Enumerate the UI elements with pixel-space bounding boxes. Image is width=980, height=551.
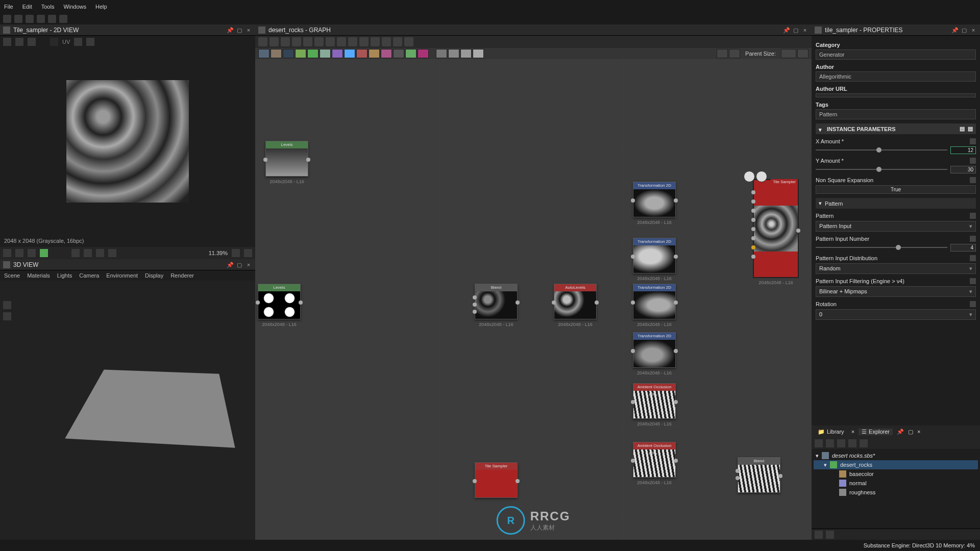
input-port[interactable] (256, 300, 260, 305)
menu-tools[interactable]: Tools (41, 4, 55, 10)
node-transform2d-4[interactable]: Transformation 2D 2048x2048 - L16 (633, 332, 676, 368)
x-amount-slider[interactable]: 12 (816, 146, 976, 154)
input-port[interactable] (751, 218, 755, 222)
node-blend-2[interactable]: Blend (738, 457, 780, 493)
menu-display[interactable]: Display (145, 272, 163, 279)
input-port[interactable] (751, 227, 755, 231)
menu-edit[interactable]: Edit (22, 4, 32, 10)
gradient-node-icon[interactable] (307, 49, 318, 58)
input-port[interactable] (751, 255, 755, 259)
info-icon[interactable] (729, 49, 740, 58)
transform-node-icon[interactable] (381, 49, 392, 58)
param-options-icon[interactable] (970, 138, 976, 144)
link-icon[interactable] (292, 37, 301, 46)
svg-node-icon[interactable] (405, 49, 416, 58)
preview-2d[interactable] (0, 48, 255, 235)
preset-icon[interactable]: ▤ (968, 126, 973, 132)
lock-icon[interactable] (244, 249, 252, 257)
distribute-icon[interactable] (348, 37, 357, 46)
input-port[interactable] (552, 300, 556, 305)
node-levels-1[interactable]: Levels 2048x2048 - L16 (265, 141, 308, 177)
search-icon[interactable] (303, 37, 312, 46)
node-ao-1[interactable]: Ambient Occlusion (HB... 2048x2048 - L16 (633, 383, 676, 419)
output-port[interactable] (299, 300, 303, 305)
pattern-section-header[interactable]: ▾ Pattern (816, 198, 976, 209)
input-port[interactable] (751, 199, 755, 204)
view3d-badge-icon[interactable] (756, 171, 767, 182)
material-node-icon[interactable] (436, 49, 447, 58)
output-port[interactable] (306, 158, 310, 162)
node-transform2d-1[interactable]: Transformation 2D 2048x2048 - L16 (633, 182, 676, 217)
x-amount-value[interactable]: 12 (950, 146, 976, 154)
menu-scene[interactable]: Scene (4, 272, 20, 279)
curve-node-icon[interactable] (295, 49, 306, 58)
link-size-icon[interactable] (797, 49, 808, 58)
text-node-icon[interactable] (393, 49, 404, 58)
close-icon[interactable]: × (801, 27, 808, 34)
save-icon[interactable] (815, 439, 823, 447)
menu-camera[interactable]: Camera (79, 272, 99, 279)
pattern-num-value[interactable]: 4 (950, 244, 976, 252)
center-icon[interactable] (96, 249, 104, 257)
snap-icon[interactable] (359, 37, 369, 46)
param-options-icon[interactable] (970, 213, 976, 219)
output-port[interactable] (796, 229, 800, 233)
output-port[interactable] (674, 459, 678, 463)
input-port[interactable] (751, 209, 755, 213)
tree-item-output[interactable]: roughness (814, 488, 978, 497)
nav-icon[interactable] (815, 531, 823, 539)
blend-node-icon[interactable] (448, 49, 459, 58)
close-icon[interactable]: × (245, 27, 252, 34)
input-port[interactable] (631, 349, 635, 353)
tags-value[interactable]: Pattern (816, 109, 976, 119)
tab-explorer[interactable]: ☰Explorer (859, 429, 893, 435)
target-icon[interactable] (270, 37, 279, 46)
node-levels-2[interactable]: Levels 2048x2048 - L16 (258, 284, 301, 319)
refresh-icon[interactable] (826, 439, 834, 447)
param-options-icon[interactable] (970, 278, 976, 284)
input-port-optional[interactable] (751, 245, 755, 249)
tree-item-package[interactable]: ▾ desert rocks.sbs* (814, 451, 978, 460)
hsl-node-icon[interactable] (332, 49, 343, 58)
pin-icon[interactable]: 📌 (951, 27, 959, 34)
menu-renderer[interactable]: Renderer (170, 272, 194, 279)
pin-icon[interactable]: 📌 (227, 261, 234, 268)
alpha-icon[interactable] (15, 249, 23, 257)
frame-icon[interactable] (258, 37, 267, 46)
input-port[interactable] (736, 476, 740, 480)
input-port[interactable] (473, 303, 477, 307)
maximize-icon[interactable]: ▢ (236, 27, 243, 34)
atomic-node-icon[interactable] (258, 49, 270, 58)
authorurl-value[interactable] (816, 93, 976, 97)
copy-icon[interactable] (28, 38, 36, 46)
y-amount-slider[interactable]: 30 (816, 166, 976, 173)
warp-node-icon[interactable] (369, 49, 380, 58)
close-icon[interactable]: × (970, 27, 977, 34)
redo-icon[interactable] (59, 15, 67, 23)
save-icon[interactable] (37, 15, 45, 23)
add-icon[interactable] (860, 439, 868, 447)
input-port[interactable] (631, 400, 635, 404)
menu-materials[interactable]: Materials (27, 272, 50, 279)
nonsquare-value[interactable]: True (816, 185, 976, 194)
input-port[interactable] (631, 255, 635, 259)
color-node-icon[interactable] (271, 49, 282, 58)
refresh-icon[interactable] (371, 37, 380, 46)
y-amount-value[interactable]: 30 (950, 166, 976, 173)
input-port[interactable] (736, 469, 740, 473)
maximize-icon[interactable]: ▢ (236, 261, 243, 268)
input-port[interactable] (631, 300, 635, 305)
camera-icon[interactable] (281, 37, 290, 46)
uniform-node-icon[interactable] (283, 49, 294, 58)
pin-tab-icon[interactable]: 📌 (897, 429, 904, 435)
rotation-dropdown[interactable]: 0▾ (816, 309, 976, 320)
pin-icon[interactable]: 📌 (783, 27, 790, 34)
category-value[interactable]: Generator (816, 49, 976, 60)
align-v-icon[interactable] (337, 37, 346, 46)
pattern-num-slider[interactable]: 4 (816, 244, 976, 251)
node-blend[interactable]: Blend 2048x2048 - L16 (475, 284, 518, 319)
input-port[interactable] (473, 295, 477, 299)
tree-item-output[interactable]: basecolor (814, 469, 978, 479)
channels-icon[interactable] (3, 249, 11, 257)
instance-params-header[interactable]: ▾ INSTANCE PARAMETERS ▤ ▤ (816, 123, 976, 134)
